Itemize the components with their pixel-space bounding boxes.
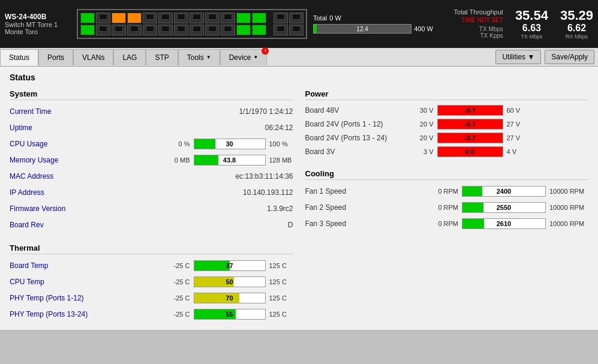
board-24v-2-track: -0.7 <box>437 133 503 143</box>
tab-device[interactable]: Device ▼ ! <box>220 49 268 65</box>
phy-temp-2-wrapper: -25 C 55 125 C <box>172 309 293 320</box>
phy-temp-1-value: 70 <box>194 293 265 303</box>
fan3-wrapper: 0 RPM 2610 10000 RPM <box>434 218 588 229</box>
ip-label: IP Address <box>10 188 94 197</box>
ip-address-row: IP Address 10.140.193.112 <box>10 186 293 199</box>
board-temp-row: Board Temp -25 C 37 125 C <box>10 259 293 272</box>
device-info: WS-24-400B Switch MT Torre 1 Monte Toro <box>5 13 71 35</box>
fan3-track: 2610 <box>462 218 546 229</box>
board-48v-value: -0.7 <box>438 106 503 115</box>
throughput-section: Total Throughput TIME NOT SET TX Mbps TX… <box>454 8 593 40</box>
cpu-bar-wrapper: 0 % 30 100 % <box>172 139 293 149</box>
board-temp-track: 37 <box>194 260 266 271</box>
board-48v-track: -0.7 <box>437 105 503 116</box>
cpu-max: 100 % <box>269 140 293 148</box>
fan2-row: Fan 2 Speed 0 RPM 2550 10000 RPM <box>305 201 589 214</box>
app-header: WS-24-400B Switch MT Torre 1 Monte Toro <box>0 0 598 48</box>
port-16 <box>127 25 142 35</box>
memory-bar-value: 43.8 <box>194 155 265 165</box>
fan2-wrapper: 0 RPM 2550 10000 RPM <box>434 202 588 213</box>
tab-tools[interactable]: Tools ▼ <box>178 49 220 65</box>
save-apply-button[interactable]: Save/Apply <box>545 50 594 64</box>
fan1-max: 10000 RPM <box>549 188 588 195</box>
board-24v-1-track: -0.7 <box>437 119 503 130</box>
page-title: Status <box>10 73 588 82</box>
tab-stp[interactable]: STP <box>146 49 178 65</box>
fan1-label: Fan 1 Speed <box>305 187 389 195</box>
fan1-row: Fan 1 Speed 0 RPM 2400 10000 RPM <box>305 185 589 198</box>
system-title: System <box>10 89 293 100</box>
board-3v-value: 0.0 <box>438 147 503 157</box>
device-dropdown-arrow: ▼ <box>253 55 258 60</box>
fan2-value: 2550 <box>462 203 545 212</box>
port-15 <box>112 25 126 35</box>
system-section: System Current Time 1/1/1970 1:24:12 Upt… <box>10 89 293 231</box>
mac-address-row: MAC Address ec:13:b3:11:14:36 <box>10 170 293 183</box>
board-24v-2-min: 20 V <box>417 134 434 142</box>
board-24v-2-label: Board 24V (Ports 13 - 24) <box>305 134 413 142</box>
board-24v-1-value: -0.7 <box>438 119 503 129</box>
port-24 <box>252 25 266 35</box>
fan3-max: 10000 RPM <box>549 220 588 227</box>
board-24v-1-row: Board 24V (Ports 1 - 12) 20 V -0.7 27 V <box>305 119 589 130</box>
firmware-label: Firmware Version <box>10 204 94 213</box>
board-24v-2-max: 27 V <box>507 134 524 142</box>
left-column: System Current Time 1/1/1970 1:24:12 Upt… <box>10 89 293 324</box>
board-3v-row: Board 3V 3 V 0.0 4 V <box>305 146 589 157</box>
throughput-title: Total Throughput <box>454 8 503 16</box>
fan1-track: 2400 <box>462 186 546 197</box>
port-4 <box>127 13 142 23</box>
fan1-wrapper: 0 RPM 2400 10000 RPM <box>434 186 588 197</box>
thermal-section: Thermal Board Temp -25 C 37 125 C <box>10 243 293 321</box>
uptime-value: 06:24:12 <box>265 124 293 132</box>
uptime-row: Uptime 06:24:12 <box>10 121 293 134</box>
navigation-bar: Status Ports VLANs LAG STP Tools ▼ Devic… <box>0 48 598 67</box>
cooling-section: Cooling Fan 1 Speed 0 RPM 2400 10000 RPM <box>305 169 589 230</box>
board-48v-max: 60 V <box>507 107 524 114</box>
memory-bar-wrapper: 0 MB 43.8 128 MB <box>172 155 293 166</box>
board-rev-value: D <box>288 221 293 229</box>
port-23 <box>236 25 251 35</box>
cpu-temp-max: 125 C <box>269 278 293 285</box>
uptime-label: Uptime <box>10 124 94 132</box>
tab-ports[interactable]: Ports <box>38 49 73 65</box>
phy-temp-2-track: 55 <box>194 309 266 320</box>
memory-max: 128 MB <box>269 157 293 164</box>
phy-temp-1-wrapper: -25 C 70 125 C <box>172 293 293 303</box>
content-columns: System Current Time 1/1/1970 1:24:12 Upt… <box>10 89 588 324</box>
tab-vlans[interactable]: VLANs <box>73 49 113 65</box>
port-10 <box>221 13 235 23</box>
port-7 <box>174 13 188 23</box>
board-temp-value: 37 <box>194 261 265 270</box>
firmware-value: 1.3.9rc2 <box>267 204 293 213</box>
firmware-row: Firmware Version 1.3.9rc2 <box>10 202 293 215</box>
sfp-2 <box>289 13 303 23</box>
cpu-temp-value: 50 <box>194 277 265 287</box>
total-value: 0 W <box>329 14 341 22</box>
right-column: Power Board 48V 30 V -0.7 60 V Board 24V… <box>305 89 589 324</box>
fan1-value: 2400 <box>462 186 545 196</box>
tab-lag[interactable]: LAG <box>113 49 146 65</box>
port-6 <box>158 13 173 23</box>
port-14 <box>96 25 110 35</box>
sfp-3 <box>274 25 288 35</box>
device-location: Monte Toro <box>5 28 71 35</box>
tx-mbps-label: TX Mbps <box>479 26 503 32</box>
power-track: 12.4 <box>313 24 411 34</box>
phy-temp-2-min: -25 C <box>172 311 190 318</box>
board-48v-row: Board 48V 30 V -0.7 60 V <box>305 105 589 116</box>
port-5 <box>143 13 157 23</box>
sfp-4 <box>289 25 303 35</box>
phy-temp-1-label: PHY Temp (Ports 1-12) <box>10 294 94 302</box>
device-name: Switch MT Torre 1 <box>5 21 71 28</box>
port-12 <box>252 13 266 23</box>
tab-status[interactable]: Status <box>0 49 38 66</box>
memory-min: 0 MB <box>172 157 190 164</box>
port-8 <box>190 13 204 23</box>
power-title: Power <box>305 89 589 100</box>
board-24v-2-row: Board 24V (Ports 13 - 24) 20 V -0.7 27 V <box>305 133 589 143</box>
utilities-button[interactable]: Utilities ▼ <box>495 50 541 64</box>
board-24v-1-label: Board 24V (Ports 1 - 12) <box>305 120 413 128</box>
board-rev-label: Board Rev <box>10 221 94 229</box>
port-3 <box>112 13 126 23</box>
